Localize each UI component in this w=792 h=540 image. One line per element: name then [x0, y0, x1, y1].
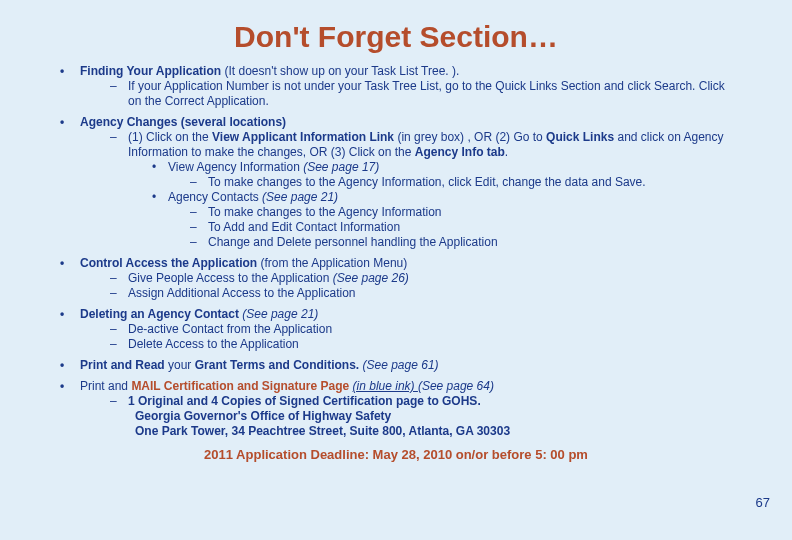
bullet-marker: •	[60, 379, 80, 439]
bullet-marker: •	[60, 115, 80, 250]
bullet-marker: •	[60, 256, 80, 301]
text-plain: Print and	[80, 379, 131, 393]
dash-marker: –	[110, 322, 128, 337]
subitem: –Assign Additional Access to the Applica…	[110, 286, 732, 301]
lvl4-item: –To make changes to the Agency Informati…	[190, 205, 498, 220]
sub-bold: Agency Info tab	[415, 145, 505, 159]
sub-text: De-active Contact from the Application	[128, 322, 332, 337]
lvl3-item: • Agency Contacts (See page 21) –To make…	[152, 190, 732, 250]
dash-marker: –	[110, 394, 128, 409]
lvl3-text: View Agency Information	[168, 160, 303, 174]
text-italic: (See page 61)	[363, 358, 439, 372]
content: • Finding Your Application (It doesn't s…	[60, 64, 732, 463]
lvl3-text: Agency Contacts	[168, 190, 262, 204]
deadline-text: 2011 Application Deadline: May 28, 2010 …	[60, 447, 732, 463]
text-highlight: MAIL Certification and Signature Page	[131, 379, 352, 393]
bullet-head: Agency Changes (several locations)	[80, 115, 286, 129]
bullet-head-italic: (See page 21)	[242, 307, 318, 321]
sub-text: Delete Access to the Application	[128, 337, 299, 352]
dash-marker: –	[110, 271, 128, 286]
lvl4-item: –Change and Delete personnel handling th…	[190, 235, 498, 250]
bullet-finding-application: • Finding Your Application (It doesn't s…	[60, 64, 732, 109]
dash-marker: –	[190, 205, 208, 220]
subitem: – If your Application Number is not unde…	[110, 79, 732, 109]
subitem: – (1) Click on the View Applicant Inform…	[110, 130, 732, 250]
lvl4-text: To make changes to the Agency Informatio…	[208, 175, 646, 190]
sub-text: (1) Click on the	[128, 130, 212, 144]
text-italic: (See page 64)	[418, 379, 494, 393]
bullet-tail: (from the Application Menu)	[260, 256, 407, 270]
subitem: –1 Original and 4 Copies of Signed Certi…	[110, 394, 732, 409]
dash-marker: –	[190, 175, 208, 190]
lvl4-text: Change and Delete personnel handling the…	[208, 235, 498, 250]
sub-text: Give People Access to the Application	[128, 271, 333, 285]
sub-bold: 1 Original and 4 Copies of Signed Certif…	[128, 394, 481, 409]
text-blue-ink: (in blue ink)	[353, 379, 418, 393]
dash-marker: –	[190, 235, 208, 250]
lvl4-item: –To Add and Edit Contact Information	[190, 220, 498, 235]
sub-bold: Quick Links	[546, 130, 614, 144]
bullet-deleting-contact: • Deleting an Agency Contact (See page 2…	[60, 307, 732, 352]
lvl4-text: To make changes to the Agency Informatio…	[208, 205, 441, 220]
lvl3-italic: (See page 21)	[262, 190, 338, 204]
subitem-text: If your Application Number is not under …	[128, 79, 732, 109]
bullet-mail-certification: • Print and MAIL Certification and Signa…	[60, 379, 732, 439]
page-number: 67	[756, 495, 770, 510]
bullet-tail-text: (It doesn't show up on your Task List Tr…	[224, 64, 459, 78]
slide-title: Don't Forget Section…	[60, 20, 732, 54]
subitem: –Delete Access to the Application	[110, 337, 732, 352]
dash-marker: –	[110, 286, 128, 301]
text-bold: Print and Read	[80, 358, 168, 372]
sub-text: Assign Additional Access to the Applicat…	[128, 286, 355, 301]
lvl4-item: – To make changes to the Agency Informat…	[190, 175, 646, 190]
bullet-marker: •	[60, 358, 80, 373]
bullet-control-access: • Control Access the Application (from t…	[60, 256, 732, 301]
address-line: Georgia Governor's Office of Highway Saf…	[135, 409, 732, 424]
dash-marker: –	[110, 79, 128, 109]
subitem: –Give People Access to the Application (…	[110, 271, 732, 286]
bullet-head: Control Access the Application	[80, 256, 257, 270]
text-bold: Grant Terms and Conditions.	[195, 358, 363, 372]
bullet-head: Finding Your Application	[80, 64, 221, 78]
bullet-marker: •	[60, 64, 80, 109]
sub-bold: View Applicant Information Link	[212, 130, 394, 144]
dash-marker: –	[110, 337, 128, 352]
bullet-marker: •	[60, 307, 80, 352]
dot-marker: •	[152, 160, 168, 190]
bullet-agency-changes: • Agency Changes (several locations) – (…	[60, 115, 732, 250]
sub-text: (in grey box) , OR (2) Go to	[394, 130, 546, 144]
dash-marker: –	[110, 130, 128, 250]
sub-italic: (See page 26)	[333, 271, 409, 285]
lvl3-italic: (See page 17)	[303, 160, 379, 174]
lvl4-text: To Add and Edit Contact Information	[208, 220, 400, 235]
dash-marker: –	[190, 220, 208, 235]
text-plain: your	[168, 358, 195, 372]
lvl3-item: • View Agency Information (See page 17) …	[152, 160, 732, 190]
bullet-print-terms: • Print and Read your Grant Terms and Co…	[60, 358, 732, 373]
dot-marker: •	[152, 190, 168, 250]
subitem: –De-active Contact from the Application	[110, 322, 732, 337]
slide: Don't Forget Section… • Finding Your App…	[0, 0, 792, 540]
sub-text: .	[505, 145, 508, 159]
bullet-head: Deleting an Agency Contact	[80, 307, 242, 321]
address-line: One Park Tower, 34 Peachtree Street, Sui…	[135, 424, 732, 439]
